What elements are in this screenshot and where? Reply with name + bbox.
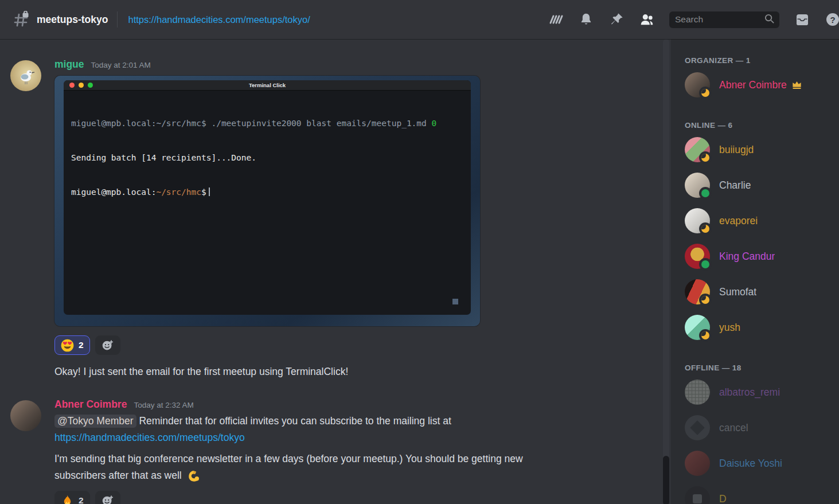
avatar — [685, 486, 710, 504]
role-mention[interactable]: @Tokyo Member — [54, 415, 136, 428]
member-row-evaporei[interactable]: evaporei — [685, 203, 834, 239]
help-icon[interactable]: ? — [825, 12, 839, 28]
member-row-king-candur[interactable]: King Candur — [685, 239, 834, 274]
member-row-charlie[interactable]: Charlie — [685, 167, 834, 203]
members-icon[interactable] — [639, 12, 654, 28]
terminal-line: miguel@mpb.local:~/src/hmc$ ./meetupinvi… — [71, 118, 463, 129]
add-reaction-button[interactable] — [95, 335, 120, 355]
member-row-daisuke-yoshi[interactable]: Daisuke Yoshi — [685, 446, 834, 481]
avatar — [685, 451, 710, 476]
member-row-buiiugjd[interactable]: buiiugjd — [685, 132, 834, 167]
section-label-organizer: ORGANIZER — 1 — [685, 56, 834, 65]
reaction-count: 2 — [79, 495, 84, 504]
avatar — [685, 137, 710, 162]
message-timestamp: Today at 2:32 AM — [134, 401, 193, 409]
chat-scrollbar-thumb[interactable] — [663, 456, 669, 504]
member-name: Charlie — [719, 179, 751, 192]
avatar — [685, 244, 710, 269]
section-label-online: ONLINE — 6 — [685, 121, 834, 130]
add-reaction-button[interactable] — [95, 491, 120, 504]
bell-icon[interactable] — [578, 12, 594, 28]
terminal-title: Terminal Click — [64, 82, 471, 88]
member-row-sumofat[interactable]: Sumofat — [685, 274, 834, 310]
message-author[interactable]: migue — [54, 58, 84, 71]
avatar[interactable] — [10, 400, 41, 431]
member-name: King Candur — [719, 251, 775, 263]
section-label-offline: OFFLINE — 18 — [685, 364, 834, 372]
channel-header: meetups-tokyo https://handmadecities.com… — [0, 0, 839, 39]
reaction-count: 2 — [79, 340, 84, 350]
bird-avatar-art — [10, 60, 41, 91]
svg-text:?: ? — [830, 15, 835, 25]
terminal-line: Sending batch [14 recipients]...Done. — [71, 152, 463, 163]
reaction-heart-eyes[interactable]: 2 — [54, 335, 90, 355]
status-online-icon — [699, 187, 712, 200]
message-timestamp: Today at 2:01 AM — [91, 61, 151, 69]
member-list: ORGANIZER — 1 Abner Coimbre ONLINE — 6 b… — [671, 39, 839, 504]
member-row-albatros-remi[interactable]: albatros_remi — [685, 374, 834, 410]
terminal-window: Terminal Click miguel@mpb.local:~/src/hm… — [64, 80, 471, 315]
avatar[interactable] — [10, 60, 41, 91]
message-group-migue: migue Today at 2:01 AM Terminal Click m — [10, 58, 654, 380]
status-idle-icon — [699, 329, 712, 342]
search-icon — [764, 13, 775, 26]
chat-scrollbar-track[interactable] — [663, 39, 669, 504]
terminal-titlebar: Terminal Click — [64, 80, 471, 91]
search-input[interactable] — [675, 14, 764, 25]
status-idle-icon — [699, 294, 712, 306]
member-row-partial[interactable]: D — [685, 481, 834, 504]
avatar — [685, 415, 710, 440]
image-attachment-terminal[interactable]: Terminal Click miguel@mpb.local:~/src/hm… — [54, 76, 480, 326]
avatar — [685, 173, 710, 198]
member-name: buiiugjd — [719, 144, 754, 156]
member-row-yush[interactable]: yush — [685, 310, 834, 345]
heart-eyes-emoji — [61, 339, 74, 352]
terminal-cursor — [209, 187, 210, 196]
message-link[interactable]: https://handmadecities.com/meetups/tokyo — [54, 432, 245, 443]
member-name: albatros_remi — [719, 386, 780, 398]
message-text: Okay! I just sent the email for the firs… — [54, 364, 559, 380]
status-idle-icon — [699, 87, 712, 99]
avatar — [685, 315, 710, 340]
terminal-resize-grip — [452, 299, 458, 304]
search-box[interactable] — [669, 11, 779, 28]
message-text: I'm sending that big conference newslett… — [54, 451, 559, 484]
member-row-cancel[interactable]: cancel — [685, 410, 834, 446]
hash-lock-icon — [13, 11, 30, 28]
member-row-abner[interactable]: Abner Coimbre — [685, 67, 834, 103]
header-divider — [117, 11, 118, 28]
status-idle-icon — [699, 151, 712, 164]
member-name: cancel — [719, 422, 748, 434]
chat-area: migue Today at 2:01 AM Terminal Click m — [0, 39, 671, 504]
status-idle-icon — [699, 222, 712, 235]
crown-icon — [791, 79, 802, 91]
terminal-screen: miguel@mpb.local:~/src/hmc$ ./meetupinvi… — [64, 91, 471, 315]
terminal-line: miguel@mpb.local:~/src/hmc$ — [71, 186, 463, 198]
flexed-biceps-emoji — [182, 470, 200, 481]
reaction-fire[interactable]: 2 — [54, 491, 90, 504]
fire-emoji — [61, 494, 74, 504]
status-online-icon — [699, 258, 712, 271]
member-name: Sumofat — [719, 286, 756, 298]
channel-name: meetups-tokyo — [37, 14, 108, 26]
reactions-row: 2 — [54, 491, 654, 504]
inbox-icon[interactable] — [794, 12, 810, 28]
avatar — [685, 380, 710, 405]
member-name: yush — [719, 322, 740, 334]
message-group-abner: Abner Coimbre Today at 2:32 AM @Tokyo Me… — [10, 398, 654, 504]
avatar — [685, 279, 710, 304]
pin-icon[interactable] — [608, 12, 624, 28]
avatar — [685, 72, 710, 97]
member-name: D — [719, 493, 727, 504]
threads-icon[interactable] — [548, 12, 563, 28]
member-name: Abner Coimbre — [719, 79, 787, 91]
member-name: Daisuke Yoshi — [719, 458, 782, 470]
message-author[interactable]: Abner Coimbre — [54, 398, 127, 411]
reactions-row: 2 — [54, 335, 654, 355]
channel-topic-link[interactable]: https://handmadecities.com/meetups/tokyo… — [128, 14, 310, 25]
avatar — [685, 208, 710, 233]
member-name: evaporei — [719, 215, 758, 227]
message-text: @Tokyo Member Reminder that for official… — [54, 413, 559, 446]
